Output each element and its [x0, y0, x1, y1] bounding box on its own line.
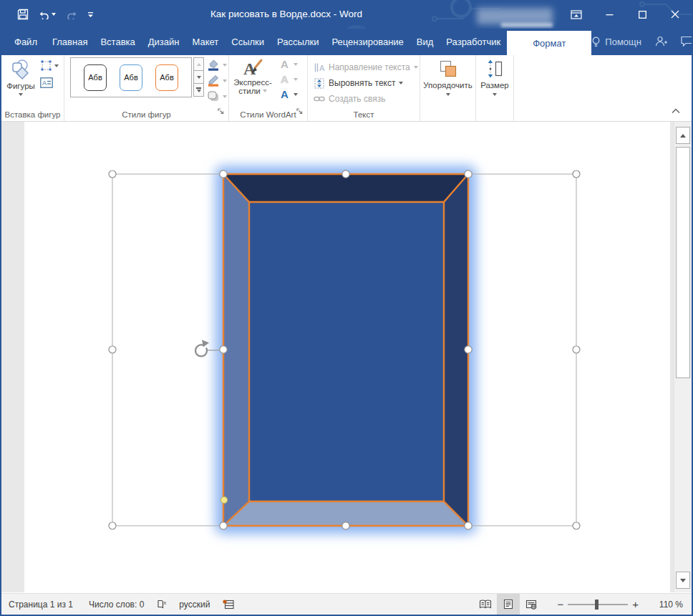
size-label: Размер	[480, 81, 509, 90]
close-icon	[671, 10, 679, 19]
shape-outline-button[interactable]	[207, 74, 228, 87]
arrange-label: Упорядочить	[423, 81, 472, 90]
tab-layout[interactable]: Макет	[185, 29, 225, 55]
language-indicator[interactable]: русский	[179, 600, 210, 610]
comment-icon	[681, 36, 693, 47]
dialog-launcher-icon	[218, 108, 225, 115]
text-direction-icon: А	[314, 62, 325, 73]
zoom-in-button[interactable]: +	[628, 599, 643, 610]
create-link-button[interactable]: Создать связь	[314, 92, 418, 106]
edit-shape-button[interactable]	[40, 59, 59, 72]
shape-style-preset-3[interactable]: Абв	[155, 64, 178, 91]
lightbulb-icon	[591, 37, 601, 48]
group-label-wordart: Стили WordArt	[229, 110, 307, 119]
print-layout-button[interactable]	[497, 594, 520, 615]
proofing-status-button[interactable]: х	[157, 599, 169, 610]
document-page[interactable]	[24, 122, 670, 592]
minimize-icon	[606, 11, 614, 19]
zoom-slider-thumb[interactable]	[595, 600, 598, 610]
text-effects-button[interactable]: А	[276, 87, 302, 102]
shape-fill-button[interactable]	[207, 58, 228, 72]
text-effects-icon: А	[279, 88, 290, 100]
text-fill-caret	[294, 63, 298, 66]
tab-design[interactable]: Дизайн	[142, 29, 186, 55]
create-link-icon	[314, 95, 325, 103]
redo-button[interactable]	[67, 10, 77, 19]
quick-styles-button[interactable]: А Экспресс- стили	[232, 57, 273, 108]
scroll-up-icon	[197, 63, 201, 66]
shape-effects-caret	[223, 95, 227, 98]
text-box-icon: А	[40, 77, 53, 88]
text-box-button[interactable]: А	[40, 77, 59, 88]
shape-styles-dialog-launcher[interactable]	[218, 105, 225, 118]
save-button[interactable]	[17, 9, 29, 20]
tab-references[interactable]: Ссылки	[225, 29, 271, 55]
maximize-button[interactable]	[626, 0, 659, 29]
vertical-scrollbar[interactable]	[674, 122, 692, 592]
zoom-out-button[interactable]: −	[553, 599, 568, 610]
read-mode-button[interactable]	[474, 594, 497, 615]
collapse-ribbon-button[interactable]	[672, 104, 680, 117]
tab-format[interactable]: Формат	[507, 31, 591, 55]
scroll-down-arrow-icon	[680, 579, 686, 582]
undo-caret	[52, 13, 56, 16]
web-layout-button[interactable]	[520, 594, 543, 615]
align-text-icon	[314, 78, 325, 89]
zoom-slider-track[interactable]	[568, 604, 628, 605]
ribbon-display-options-button[interactable]	[560, 0, 593, 29]
text-direction-button[interactable]: А Направление текста	[314, 60, 418, 74]
text-fill-button[interactable]: А	[276, 57, 302, 72]
ribbon-tab-row: Файл Главная Вставка Дизайн Макет Ссылки…	[1, 29, 692, 55]
ribbon: Фигуры А Вставка фигур Абв Абв Абв	[1, 55, 692, 122]
gallery-scroll-down-button[interactable]	[193, 70, 204, 84]
tab-file[interactable]: Файл	[6, 29, 46, 55]
quick-styles-label-2: стили	[238, 87, 261, 95]
ribbon-display-options-icon	[571, 10, 582, 19]
chevron-up-icon	[672, 108, 680, 114]
scrollbar-down-button[interactable]	[676, 572, 690, 589]
tab-mailings[interactable]: Рассылки	[271, 29, 325, 55]
tab-insert[interactable]: Вставка	[94, 29, 141, 55]
group-label-text: Текст	[308, 110, 420, 119]
text-outline-caret	[294, 78, 298, 81]
svg-text:х: х	[164, 600, 167, 606]
group-label-shape-styles: Стили фигур	[64, 110, 228, 119]
shape-effects-button[interactable]	[207, 90, 228, 103]
shape-style-preset-2[interactable]: Абв	[120, 64, 142, 91]
align-text-button[interactable]: Выровнять текст	[314, 76, 418, 90]
shape-style-preset-1[interactable]: Абв	[84, 64, 107, 91]
zoom-level[interactable]: 110 %	[649, 600, 683, 610]
size-button[interactable]: Размер	[476, 57, 513, 115]
close-button[interactable]	[659, 0, 692, 29]
text-outline-button[interactable]: А	[276, 72, 302, 87]
tellme-button[interactable]: Помощн	[591, 37, 641, 48]
align-text-label: Выровнять текст	[329, 78, 395, 88]
word-count[interactable]: Число слов: 0	[89, 600, 144, 610]
scrollbar-up-button[interactable]	[676, 127, 690, 144]
tab-developer[interactable]: Разработчик	[440, 29, 507, 55]
scroll-up-arrow-icon	[680, 134, 686, 138]
page-indicator[interactable]: Страница 1 из 1	[9, 600, 73, 610]
shapes-button[interactable]: Фигуры	[5, 57, 37, 108]
group-insert-shapes: Фигуры А Вставка фигур	[1, 55, 64, 121]
word-window: Как рисовать в Ворде.docx - Word Файл Гл…	[0, 0, 693, 616]
account-area-blurred	[477, 8, 553, 24]
scrollbar-thumb[interactable]	[676, 147, 690, 378]
tellme-label: Помощн	[605, 37, 641, 47]
gallery-more-button[interactable]	[193, 83, 204, 97]
tab-home[interactable]: Главная	[46, 29, 94, 55]
gallery-scroll-buttons	[193, 57, 204, 97]
gallery-scroll-up-button[interactable]	[193, 57, 204, 71]
statusbar-right: − + 110 %	[474, 594, 692, 615]
tab-review[interactable]: Рецензирование	[325, 29, 410, 55]
arrange-button[interactable]: Упорядочить	[420, 57, 475, 115]
share-button[interactable]	[655, 36, 667, 49]
tab-view[interactable]: Вид	[410, 29, 440, 55]
shape-outline-caret	[223, 80, 227, 82]
comments-button[interactable]	[681, 36, 693, 49]
window-title: Как рисовать в Ворде.docx - Word	[93, 0, 480, 29]
wordart-dialog-launcher[interactable]	[296, 105, 304, 118]
minimize-button[interactable]	[593, 0, 626, 29]
undo-button[interactable]	[39, 10, 56, 19]
macro-recording-button[interactable]	[223, 600, 234, 610]
